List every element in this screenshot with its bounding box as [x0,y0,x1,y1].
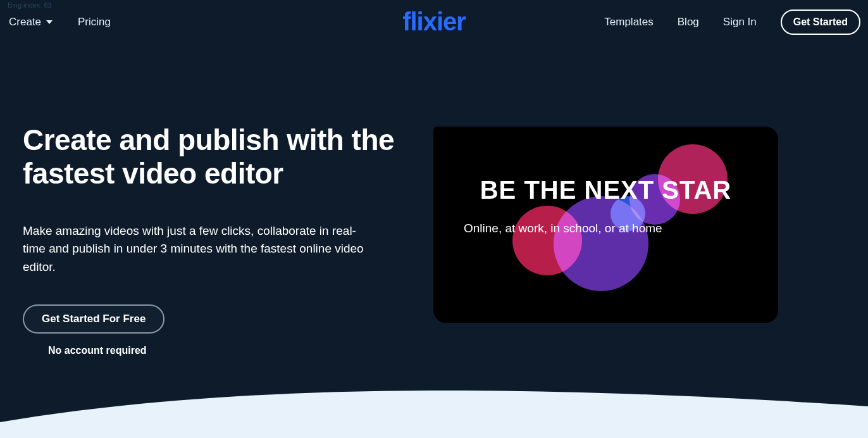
hero-section: Create and publish with the fastest vide… [23,123,402,356]
preview-card[interactable]: BE THE NEXT STAR Online, at work, in sch… [433,127,778,323]
create-label: Create [9,16,41,28]
nav-blog[interactable]: Blog [678,16,699,28]
chevron-down-icon [46,20,53,24]
preview-subtitle: Online, at work, in school, or at home [464,222,662,235]
get-started-button[interactable]: Get Started [781,9,860,35]
bottom-wave [0,378,868,438]
site-header: Create Pricing flixier Templates Blog Si… [0,0,868,44]
create-dropdown[interactable]: Create [8,16,53,28]
site-logo[interactable]: flixier [402,8,466,36]
hero-no-account-note: No account required [48,345,402,356]
hero-title: Create and publish with the fastest vide… [23,123,402,191]
hero-subtitle: Make amazing videos with just a few clic… [23,222,364,277]
nav-signin[interactable]: Sign In [723,16,757,28]
nav-templates[interactable]: Templates [604,16,653,28]
nav-pricing[interactable]: Pricing [78,16,111,28]
hero-cta-button[interactable]: Get Started For Free [23,304,164,334]
nav-right: Templates Blog Sign In Get Started [604,9,860,35]
preview-title: BE THE NEXT STAR [433,176,778,204]
nav-left: Create Pricing [8,16,111,28]
